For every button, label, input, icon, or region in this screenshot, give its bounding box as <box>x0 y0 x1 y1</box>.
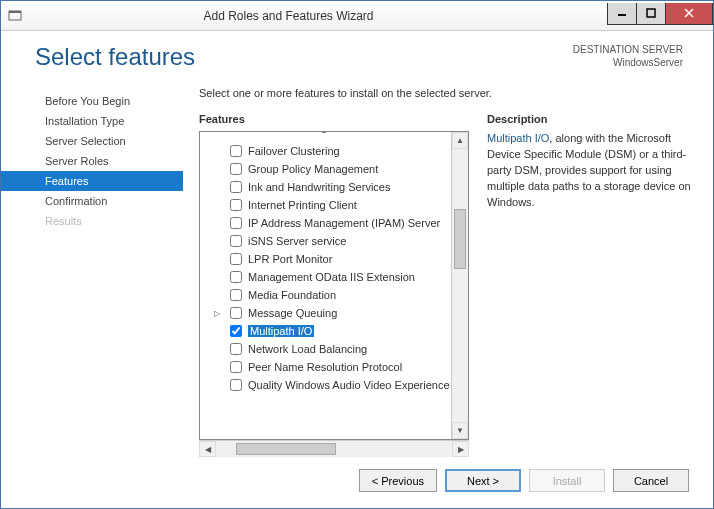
feature-checkbox[interactable] <box>230 361 242 373</box>
feature-checkbox[interactable] <box>230 145 242 157</box>
svg-rect-3 <box>647 9 655 17</box>
scroll-thumb[interactable] <box>454 209 466 269</box>
features-list: ‾ Failover ClusteringGroup Policy Manage… <box>200 132 451 439</box>
hscroll-track[interactable] <box>216 441 452 457</box>
feature-label: Media Foundation <box>248 289 336 301</box>
feature-item[interactable]: Group Policy Management <box>200 160 451 178</box>
feature-checkbox[interactable] <box>230 253 242 265</box>
destination-label: DESTINATION SERVER <box>573 43 683 56</box>
page-title: Select features <box>35 43 195 71</box>
wizard-steps-sidebar: Before You Begin Installation Type Serve… <box>1 81 183 457</box>
feature-item[interactable]: Network Load Balancing <box>200 340 451 358</box>
feature-item[interactable]: LPR Port Monitor <box>200 250 451 268</box>
next-button[interactable]: Next > <box>445 469 521 492</box>
feature-checkbox[interactable] <box>230 325 242 337</box>
feature-label: IP Address Management (IPAM) Server <box>248 217 440 229</box>
destination-value: WindowsServer <box>573 56 683 69</box>
feature-item[interactable]: Peer Name Resolution Protocol <box>200 358 451 376</box>
maximize-button[interactable] <box>636 3 666 25</box>
feature-checkbox[interactable] <box>230 199 242 211</box>
feature-item[interactable]: Multipath I/O <box>200 322 451 340</box>
feature-item[interactable]: Quality Windows Audio Video Experience <box>200 376 451 394</box>
feature-checkbox[interactable] <box>230 307 242 319</box>
feature-item[interactable]: Failover Clustering <box>200 142 451 160</box>
body: Before You Begin Installation Type Serve… <box>1 81 713 457</box>
step-results: Results <box>1 211 183 231</box>
destination-info: DESTINATION SERVER WindowsServer <box>573 43 683 69</box>
feature-label: Message Queuing <box>248 307 337 319</box>
step-confirmation[interactable]: Confirmation <box>1 191 183 211</box>
feature-label: Management OData IIS Extension <box>248 271 415 283</box>
feature-label: LPR Port Monitor <box>248 253 332 265</box>
scroll-ellipsis: ‾ <box>200 134 451 142</box>
description-column: Description Multipath I/O, along with th… <box>487 113 691 457</box>
features-label: Features <box>199 113 469 125</box>
feature-item[interactable]: Internet Printing Client <box>200 196 451 214</box>
feature-label: Failover Clustering <box>248 145 340 157</box>
step-server-selection[interactable]: Server Selection <box>1 131 183 151</box>
step-server-roles[interactable]: Server Roles <box>1 151 183 171</box>
feature-item[interactable]: Message Queuing <box>200 304 451 322</box>
hscroll-left-button[interactable]: ◀ <box>199 441 216 457</box>
cancel-button[interactable]: Cancel <box>613 469 689 492</box>
window-controls <box>608 3 713 25</box>
feature-checkbox[interactable] <box>230 379 242 391</box>
feature-checkbox[interactable] <box>230 289 242 301</box>
page-header: Select features DESTINATION SERVER Windo… <box>1 31 713 81</box>
main-panel: Select one or more features to install o… <box>183 81 691 457</box>
description-feature-name: Multipath I/O <box>487 132 549 144</box>
step-installation-type[interactable]: Installation Type <box>1 111 183 131</box>
features-listbox[interactable]: ‾ Failover ClusteringGroup Policy Manage… <box>199 131 469 440</box>
description-text: Multipath I/O, along with the Microsoft … <box>487 131 691 211</box>
feature-label: Peer Name Resolution Protocol <box>248 361 402 373</box>
feature-label: Quality Windows Audio Video Experience <box>248 379 450 391</box>
instruction-text: Select one or more features to install o… <box>199 87 691 99</box>
horizontal-scrollbar[interactable]: ◀ ▶ <box>199 440 469 457</box>
feature-checkbox[interactable] <box>230 235 242 247</box>
description-label: Description <box>487 113 691 125</box>
feature-label: Multipath I/O <box>248 325 314 337</box>
scroll-down-button[interactable]: ▼ <box>452 422 468 439</box>
feature-label: Group Policy Management <box>248 163 378 175</box>
content-area: Select features DESTINATION SERVER Windo… <box>1 31 713 508</box>
install-button: Install <box>529 469 605 492</box>
features-column: Features ‾ Failover ClusteringGroup Poli… <box>199 113 469 457</box>
wizard-window: Add Roles and Features Wizard Select fea… <box>0 0 714 509</box>
scroll-up-button[interactable]: ▲ <box>452 132 468 149</box>
feature-checkbox[interactable] <box>230 343 242 355</box>
scroll-track[interactable] <box>452 149 468 422</box>
feature-checkbox[interactable] <box>230 181 242 193</box>
hscroll-thumb[interactable] <box>236 443 336 455</box>
feature-item[interactable]: Media Foundation <box>200 286 451 304</box>
step-features[interactable]: Features <box>1 171 183 191</box>
feature-checkbox[interactable] <box>230 271 242 283</box>
feature-item[interactable]: Ink and Handwriting Services <box>200 178 451 196</box>
previous-button[interactable]: < Previous <box>359 469 437 492</box>
feature-label: Network Load Balancing <box>248 343 367 355</box>
window-title: Add Roles and Features Wizard <box>29 9 608 23</box>
vertical-scrollbar[interactable]: ▲ ▼ <box>451 132 468 439</box>
hscroll-right-button[interactable]: ▶ <box>452 441 469 457</box>
feature-label: Ink and Handwriting Services <box>248 181 390 193</box>
features-tree-container: ‾ Failover ClusteringGroup Policy Manage… <box>199 131 469 457</box>
feature-item[interactable]: iSNS Server service <box>200 232 451 250</box>
feature-item[interactable]: IP Address Management (IPAM) Server <box>200 214 451 232</box>
feature-label: Internet Printing Client <box>248 199 357 211</box>
feature-checkbox[interactable] <box>230 163 242 175</box>
title-bar: Add Roles and Features Wizard <box>1 1 713 31</box>
feature-checkbox[interactable] <box>230 217 242 229</box>
minimize-button[interactable] <box>607 3 637 25</box>
feature-item[interactable]: Management OData IIS Extension <box>200 268 451 286</box>
app-icon <box>1 9 29 23</box>
step-before-you-begin[interactable]: Before You Begin <box>1 91 183 111</box>
close-button[interactable] <box>665 3 713 25</box>
feature-label: iSNS Server service <box>248 235 346 247</box>
columns: Features ‾ Failover ClusteringGroup Poli… <box>199 113 691 457</box>
svg-rect-1 <box>9 11 21 13</box>
footer-buttons: < Previous Next > Install Cancel <box>1 457 713 508</box>
